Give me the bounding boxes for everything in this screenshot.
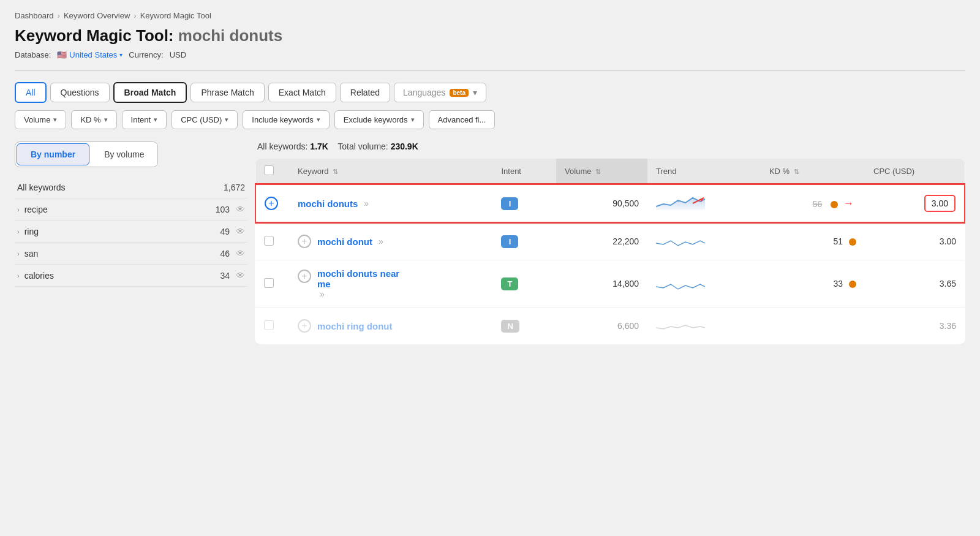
row2-volume-cell: 22,200 <box>556 222 647 260</box>
table-area: All keywords: 1.7K Total volume: 230.9K … <box>255 142 965 344</box>
total-volume-value: 230.9K <box>391 142 418 151</box>
table-row: + mochi donut » I 22,200 <box>255 222 965 260</box>
row3-trend-cell <box>647 260 761 308</box>
row4-trend-chart <box>656 315 705 336</box>
toggle-by-volume[interactable]: By volume <box>91 142 157 167</box>
row2-keyword-cell: + mochi donut » <box>289 222 492 260</box>
keyword-sort-icon[interactable]: ⇅ <box>333 168 338 175</box>
page-title-keyword: mochi donuts <box>178 26 282 45</box>
tab-broad-match[interactable]: Broad Match <box>113 82 187 103</box>
breadcrumb-keyword-overview[interactable]: Keyword Overview <box>64 11 130 20</box>
volume-sort-icon[interactable]: ⇅ <box>595 168 601 175</box>
sidebar-calories-label: calories <box>24 271 54 281</box>
tab-languages[interactable]: Languages beta ▾ <box>394 83 486 102</box>
row3-kd-cell: 33 <box>761 260 865 308</box>
sidebar-san-count: 46 <box>220 249 230 259</box>
tab-all[interactable]: All <box>15 82 47 103</box>
row4-intent-badge: N <box>501 320 519 333</box>
row1-add-button[interactable]: + <box>265 197 278 210</box>
kd-sort-icon[interactable]: ⇅ <box>794 168 799 175</box>
filter-volume-label: Volume <box>24 115 50 124</box>
toggle-by-number[interactable]: By number <box>17 143 89 165</box>
filter-include-arrow-icon: ▾ <box>317 116 320 124</box>
filter-kd[interactable]: KD % ▾ <box>71 110 116 129</box>
row4-keyword-link[interactable]: mochi ring donut <box>317 321 392 331</box>
filter-include-keywords[interactable]: Include keywords ▾ <box>243 110 329 129</box>
currency-value: USD <box>170 50 186 59</box>
row3-keyword-arrows-icon: » <box>320 289 399 299</box>
sidebar-item-ring[interactable]: › ring 49 👁 <box>15 221 247 243</box>
row1-keyword-cell: mochi donuts » <box>289 184 492 222</box>
breadcrumb-dashboard[interactable]: Dashboard <box>15 11 54 20</box>
filter-advanced[interactable]: Advanced fi... <box>429 110 496 129</box>
sidebar-item-san[interactable]: › san 46 👁 <box>15 243 247 265</box>
database-value: United States <box>69 50 117 59</box>
sidebar-recipe-eye-icon[interactable]: 👁 <box>236 204 245 214</box>
row1-keyword-link[interactable]: mochi donuts <box>298 198 358 209</box>
row4-cpc-value: 3.36 <box>940 321 956 331</box>
row4-add-button[interactable]: + <box>298 319 311 333</box>
header-keyword: Keyword ⇅ <box>289 159 492 184</box>
row4-checkbox-cell <box>255 308 289 345</box>
row1-intent-badge: I <box>501 197 518 210</box>
filter-intent-arrow-icon: ▾ <box>154 116 157 124</box>
row3-add-button[interactable]: + <box>298 270 311 283</box>
row4-checkbox[interactable] <box>264 320 274 330</box>
header-kd: KD % ⇅ <box>761 159 865 184</box>
sidebar-recipe-count: 103 <box>216 205 230 214</box>
filter-exclude-keywords[interactable]: Exclude keywords ▾ <box>334 110 424 129</box>
row1-trend-cell <box>647 184 761 222</box>
header-cpc: CPC (USD) <box>865 159 965 184</box>
row2-kd-dot <box>849 238 856 246</box>
sidebar-recipe-chevron-icon[interactable]: › <box>17 206 20 213</box>
sidebar-item-all-keywords: All keywords 1,672 <box>15 177 247 198</box>
sidebar-san-chevron-icon[interactable]: › <box>17 250 20 257</box>
database-row: Database: 🇺🇸 United States ▾ Currency: U… <box>15 50 965 59</box>
tab-phrase-match[interactable]: Phrase Match <box>190 83 264 102</box>
sidebar-item-recipe[interactable]: › recipe 103 👁 <box>15 198 247 221</box>
filter-include-label: Include keywords <box>252 115 313 124</box>
row3-intent-badge: T <box>501 277 518 290</box>
row3-checkbox[interactable] <box>264 278 274 288</box>
tab-row: All Questions Broad Match Phrase Match E… <box>15 82 965 103</box>
total-volume-label: Total volume: <box>337 142 388 151</box>
filter-intent[interactable]: Intent ▾ <box>122 110 167 129</box>
row1-trend-chart <box>656 193 705 214</box>
row2-keyword-link[interactable]: mochi donut <box>317 236 372 247</box>
table-row: + mochi donuts » I 90,500 <box>255 184 965 222</box>
currency-label: Currency: <box>129 50 163 59</box>
row2-kd-cell: 51 <box>761 222 865 260</box>
row2-keyword-arrows-icon: » <box>379 236 383 246</box>
tab-exact-match[interactable]: Exact Match <box>268 83 336 102</box>
filter-cpc[interactable]: CPC (USD) ▾ <box>172 110 238 129</box>
tab-related[interactable]: Related <box>340 83 390 102</box>
sidebar-san-label: san <box>24 249 39 259</box>
row3-keyword-cell: + mochi donuts nearme » <box>289 260 492 308</box>
filter-exclude-arrow-icon: ▾ <box>411 116 415 124</box>
header-divider <box>15 70 965 71</box>
database-selector[interactable]: 🇺🇸 United States ▾ <box>57 50 123 59</box>
table-row: + mochi donuts nearme » T 14,800 <box>255 260 965 308</box>
row1-keyword-arrows-icon: » <box>364 198 369 208</box>
filter-volume[interactable]: Volume ▾ <box>15 110 66 129</box>
sidebar-san-eye-icon[interactable]: 👁 <box>236 248 245 259</box>
row3-trend-chart <box>656 273 705 294</box>
breadcrumb-sep-1: › <box>58 11 60 20</box>
breadcrumb-sep-2: › <box>134 11 136 20</box>
table-header-row: Keyword ⇅ Intent Volume ⇅ Trend <box>255 159 965 184</box>
sidebar-calories-count: 34 <box>220 271 230 281</box>
sidebar-calories-eye-icon[interactable]: 👁 <box>236 270 245 281</box>
header-volume: Volume ⇅ <box>556 159 647 184</box>
tab-questions[interactable]: Questions <box>50 83 110 102</box>
sidebar-calories-chevron-icon[interactable]: › <box>17 272 20 279</box>
sidebar-item-calories[interactable]: › calories 34 👁 <box>15 265 247 287</box>
breadcrumb-keyword-magic-tool[interactable]: Keyword Magic Tool <box>140 11 211 20</box>
header-checkbox[interactable] <box>264 165 274 175</box>
row1-cpc-cell: 3.00 <box>865 184 965 222</box>
row3-keyword-link[interactable]: mochi donuts nearme <box>317 268 399 289</box>
sidebar-ring-chevron-icon[interactable]: › <box>17 228 20 235</box>
sidebar-ring-eye-icon[interactable]: 👁 <box>236 226 245 236</box>
filter-intent-label: Intent <box>131 115 151 124</box>
row2-checkbox[interactable] <box>264 236 274 246</box>
row2-add-button[interactable]: + <box>298 235 311 248</box>
